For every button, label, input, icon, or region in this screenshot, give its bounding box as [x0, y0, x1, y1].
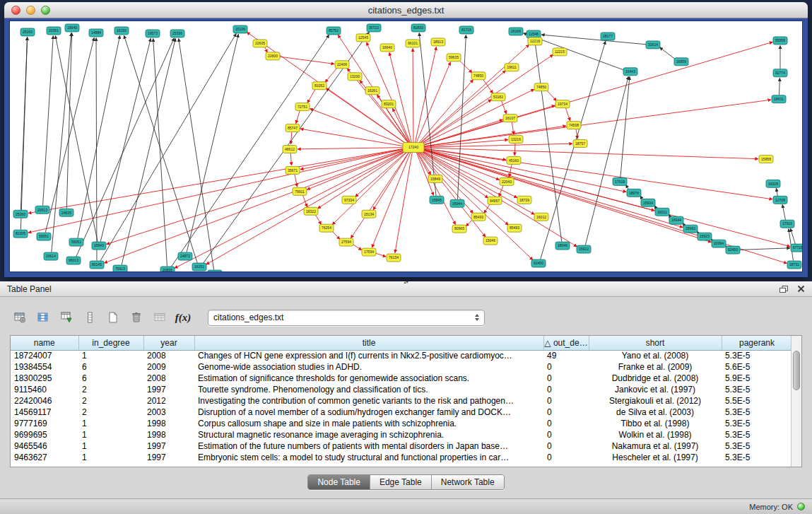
- row-tools-button[interactable]: [80, 308, 100, 327]
- column-header-out_degree[interactable]: △ out_de…: [543, 336, 589, 350]
- cell-short[interactable]: de Silva et al. (2003): [589, 407, 722, 418]
- cell-pagerank[interactable]: 5.9E-5: [722, 373, 792, 384]
- panel-divider-grip[interactable]: ▴▾: [401, 281, 412, 285]
- cell-in_degree[interactable]: 1: [78, 418, 143, 429]
- cell-title[interactable]: Genome-wide association studies in ADHD.: [194, 361, 543, 373]
- tab-edge-table[interactable]: Edge Table: [370, 475, 432, 489]
- cell-out_degree[interactable]: 0: [543, 373, 589, 384]
- cell-short[interactable]: Yano et al. (2008): [589, 350, 722, 361]
- table-row[interactable]: 977716911998Corpus callosum shape and si…: [11, 418, 792, 429]
- cell-out_degree[interactable]: 0: [543, 384, 589, 395]
- table-row[interactable]: 969969511998Structural magnetic resonanc…: [11, 429, 792, 440]
- show-columns-button[interactable]: [33, 308, 53, 327]
- cell-short[interactable]: Tibbo et al. (1998): [589, 418, 722, 429]
- cell-year[interactable]: 2008: [143, 350, 194, 361]
- cell-in_degree[interactable]: 6: [78, 361, 143, 373]
- function-builder-button[interactable]: f(x): [173, 308, 193, 327]
- cell-title[interactable]: Disruption of a novel member of a sodium…: [194, 407, 543, 418]
- table-row[interactable]: 946362711997Embryonic stem cells: a mode…: [11, 452, 792, 463]
- cell-short[interactable]: Franke et al. (2009): [589, 361, 722, 373]
- table-selector-dropdown[interactable]: citations_edges.txt: [208, 310, 485, 326]
- network-window-titlebar[interactable]: citations_edges.txt: [4, 2, 808, 18]
- cell-name[interactable]: 18300295: [11, 373, 78, 384]
- table-row[interactable]: 1456911722003Disruption of a novel membe…: [11, 407, 792, 418]
- cell-title[interactable]: Estimation of significance thresholds fo…: [194, 373, 543, 384]
- cell-pagerank[interactable]: 5.3E-5: [722, 452, 792, 463]
- new-table-button[interactable]: [103, 308, 123, 327]
- cell-in_degree[interactable]: 6: [78, 373, 143, 384]
- minimize-window-button[interactable]: [26, 6, 35, 15]
- cell-pagerank[interactable]: 5.3E-5: [722, 384, 792, 395]
- cell-in_degree[interactable]: 1: [78, 452, 143, 463]
- cell-name[interactable]: 9463627: [11, 452, 78, 463]
- cell-year[interactable]: 1997: [143, 452, 194, 463]
- cell-year[interactable]: 1998: [143, 418, 194, 429]
- cell-year[interactable]: 2009: [143, 361, 194, 373]
- tab-node-table[interactable]: Node Table: [308, 475, 370, 489]
- close-window-button[interactable]: [11, 6, 20, 15]
- table-settings-button[interactable]: [10, 308, 30, 327]
- cell-pagerank[interactable]: 5.3E-5: [722, 440, 792, 452]
- cell-pagerank[interactable]: 5.3E-5: [722, 407, 792, 418]
- merge-table-button[interactable]: [150, 308, 170, 327]
- close-panel-icon[interactable]: [797, 285, 805, 293]
- cell-pagerank[interactable]: 5.5E-5: [722, 395, 792, 407]
- network-graph-canvas[interactable]: 2516020391196401488416150195732533615106…: [10, 21, 802, 271]
- column-header-pagerank[interactable]: pagerank: [722, 336, 792, 350]
- cell-year[interactable]: 1997: [143, 384, 194, 395]
- cell-name[interactable]: 14569117: [11, 407, 78, 418]
- cell-name[interactable]: 9777169: [11, 418, 78, 429]
- cell-name[interactable]: 18724007: [11, 350, 78, 361]
- cell-pagerank[interactable]: 5.3E-5: [722, 429, 792, 440]
- column-header-name[interactable]: name: [11, 336, 78, 350]
- cell-name[interactable]: 9699695: [11, 429, 78, 440]
- cell-title[interactable]: Structural magnetic resonance image aver…: [194, 429, 543, 440]
- table-row[interactable]: 1830029562008Estimation of significance …: [11, 373, 792, 384]
- cell-in_degree[interactable]: 2: [78, 384, 143, 395]
- scrollbar-thumb[interactable]: [793, 351, 800, 390]
- cell-in_degree[interactable]: 1: [78, 440, 143, 452]
- cell-in_degree[interactable]: 1: [78, 429, 143, 440]
- cell-out_degree[interactable]: 0: [543, 407, 589, 418]
- cell-name[interactable]: 9115460: [11, 384, 78, 395]
- cell-title[interactable]: Investigating the contribution of common…: [194, 395, 543, 407]
- cell-year[interactable]: 1998: [143, 429, 194, 440]
- table-row[interactable]: 946554611997Estimation of the future num…: [11, 440, 792, 452]
- cell-title[interactable]: Tourette syndrome. Phenomenology and cla…: [194, 384, 543, 395]
- cell-in_degree[interactable]: 2: [78, 395, 143, 407]
- cell-out_degree[interactable]: 49: [543, 350, 589, 361]
- table-row[interactable]: 1938455462009Genome-wide association stu…: [11, 361, 792, 373]
- table-scrollbar[interactable]: [791, 336, 801, 467]
- cell-short[interactable]: Jankovic et al. (1997): [589, 384, 722, 395]
- cell-title[interactable]: Embryonic stem cells: a model to study s…: [194, 452, 543, 463]
- cell-name[interactable]: 22420046: [11, 395, 78, 407]
- column-header-short[interactable]: short: [589, 336, 722, 350]
- table-row[interactable]: 2242004622012Investigating the contribut…: [11, 395, 792, 407]
- cell-title[interactable]: Estimation of the future numbers of pati…: [194, 440, 543, 452]
- cell-year[interactable]: 2012: [143, 395, 194, 407]
- cell-out_degree[interactable]: 0: [543, 440, 589, 452]
- cell-year[interactable]: 2003: [143, 407, 194, 418]
- cell-in_degree[interactable]: 1: [78, 350, 143, 361]
- cell-pagerank[interactable]: 5.3E-5: [722, 350, 792, 361]
- cell-year[interactable]: 2008: [143, 373, 194, 384]
- cell-short[interactable]: Dudbridge et al. (2008): [589, 373, 722, 384]
- cell-short[interactable]: Nakamura et al. (1997): [589, 440, 722, 452]
- tab-network-table[interactable]: Network Table: [432, 475, 504, 489]
- cell-short[interactable]: Hescheler et al. (1997): [589, 452, 722, 463]
- cell-pagerank[interactable]: 5.3E-5: [722, 418, 792, 429]
- cell-out_degree[interactable]: 0: [543, 361, 589, 373]
- cell-short[interactable]: Stergiakouli et al. (2012): [589, 395, 722, 407]
- delete-table-button[interactable]: [126, 308, 146, 327]
- cell-pagerank[interactable]: 5.6E-5: [722, 361, 792, 373]
- column-header-title[interactable]: title: [194, 336, 543, 350]
- cell-year[interactable]: 1997: [143, 440, 194, 452]
- cell-name[interactable]: 19384554: [11, 361, 78, 373]
- cell-in_degree[interactable]: 2: [78, 407, 143, 418]
- cell-out_degree[interactable]: 0: [543, 395, 589, 407]
- table-row[interactable]: 911546021997Tourette syndrome. Phenomeno…: [11, 384, 792, 395]
- cell-name[interactable]: 9465546: [11, 440, 78, 452]
- float-panel-icon[interactable]: [779, 285, 789, 293]
- cell-title[interactable]: Changes of HCN gene expression and I(f) …: [194, 350, 543, 361]
- column-header-in_degree[interactable]: in_degree: [78, 336, 143, 350]
